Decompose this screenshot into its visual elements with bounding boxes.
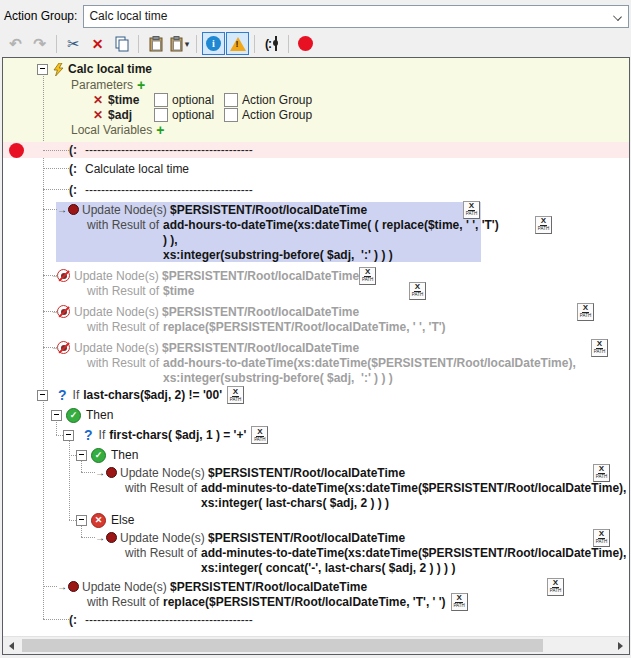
- update-node-action-row[interactable]: → Update Node(s) $PERSISTENT/Root/localD…: [3, 530, 611, 545]
- action-group-select[interactable]: Calc local time: [83, 5, 629, 28]
- with-result-row[interactable]: with Result of add-minutes-to-dateTime(x…: [3, 545, 630, 560]
- update-node-action-row-disabled[interactable]: → Update Node(s) $PERSISTENT/Root/localD…: [3, 268, 355, 283]
- then-branch-row[interactable]: ✓ Then: [3, 405, 629, 425]
- warning-icon: !: [230, 37, 246, 51]
- target-path: $PERSISTENT/Root/localDateTime: [170, 580, 367, 594]
- with-result-row[interactable]: with Result of add-minutes-to-dateTime(x…: [3, 480, 630, 495]
- comment-row-breakpoint[interactable]: (: -------------------------------------…: [3, 142, 629, 158]
- copy-button[interactable]: [110, 32, 133, 55]
- scroll-right-icon: [618, 642, 623, 650]
- then-branch-row[interactable]: ✓ Then: [3, 445, 629, 465]
- result-label: with Result of: [75, 218, 159, 232]
- parameters-row: Parameters +: [3, 77, 629, 92]
- comment-row[interactable]: (: Calculate local time: [3, 158, 629, 179]
- xpath-button[interactable]: XPATH: [409, 282, 426, 300]
- action-group-icon: [53, 63, 64, 76]
- expression-continuation: ) ),: [3, 232, 629, 247]
- action-tree-panel: Calc local time Parameters + ✕ $time opt…: [2, 57, 630, 655]
- paste-button[interactable]: [144, 32, 167, 55]
- scrollbar-thumb[interactable]: [22, 639, 543, 652]
- target-path: $PERSISTENT/Root/localDateTime: [208, 531, 405, 545]
- collapse-box[interactable]: [76, 450, 87, 461]
- parameter-row[interactable]: ✕ $adj optional Action Group: [3, 107, 629, 122]
- parameter-row[interactable]: ✕ $time optional Action Group: [3, 92, 629, 107]
- if-action-row[interactable]: ? If first-chars( $adj, 1 ) = '+' XPATH: [3, 425, 629, 445]
- xpath-button[interactable]: XPATH: [591, 339, 608, 357]
- target-path: $PERSISTENT/Root/localDateTime: [162, 269, 359, 283]
- if-action-row[interactable]: ? If last-chars($adj, 2) != '00' XPATH: [3, 385, 629, 405]
- else-branch-row[interactable]: ✕ Else: [3, 510, 629, 530]
- delete-parameter-icon[interactable]: ✕: [93, 93, 103, 107]
- comment-divider: ----------------------------------------…: [85, 143, 253, 157]
- add-local-variable-icon[interactable]: +: [156, 122, 164, 138]
- if-label: If: [73, 388, 80, 402]
- collapse-box[interactable]: [76, 515, 87, 526]
- scroll-right-button[interactable]: [612, 637, 629, 654]
- redo-icon: ↷: [33, 35, 46, 53]
- xpath-expression: first-chars( $adj, 1 ) = '+': [109, 428, 246, 442]
- pin-icon: [273, 36, 278, 51]
- delete-parameter-icon[interactable]: ✕: [93, 108, 103, 122]
- xpath-button[interactable]: XPATH: [463, 201, 480, 219]
- group-title: Calc local time: [68, 62, 152, 76]
- scrollbar-track[interactable]: [20, 637, 612, 654]
- xpath-button[interactable]: XPATH: [547, 578, 564, 596]
- then-check-icon: ✓: [66, 408, 81, 423]
- redo-button[interactable]: ↷: [28, 32, 51, 55]
- update-node-action-row[interactable]: → Update Node(s) $PERSISTENT/Root/localD…: [3, 465, 611, 480]
- delete-icon: ✕: [92, 36, 104, 52]
- breakpoint-dot[interactable]: [9, 143, 24, 158]
- with-result-row-disabled[interactable]: with Result of $time XPATH: [3, 283, 427, 298]
- scroll-left-button[interactable]: [3, 637, 20, 654]
- collapse-box[interactable]: [37, 64, 48, 75]
- xpath-button[interactable]: XPATH: [535, 216, 552, 234]
- group-title-row[interactable]: Calc local time: [3, 61, 629, 77]
- action-group-checkbox[interactable]: [224, 108, 238, 122]
- xpath-button[interactable]: XPATH: [593, 464, 610, 482]
- optional-label: optional: [172, 93, 214, 107]
- xpath-button[interactable]: XPATH: [359, 267, 376, 285]
- optional-checkbox[interactable]: [154, 108, 168, 122]
- optional-checkbox[interactable]: [154, 93, 168, 107]
- add-parameter-icon[interactable]: +: [137, 77, 145, 93]
- breakpoint-record-button[interactable]: [294, 32, 317, 55]
- horizontal-scrollbar[interactable]: [3, 636, 629, 654]
- with-result-row[interactable]: with Result of add-hours-to-dateTime(xs:…: [3, 217, 553, 232]
- xpath-expression: add-hours-to-dateTime(xs:dateTime( ( rep…: [163, 218, 499, 232]
- xpath-button[interactable]: XPATH: [577, 303, 594, 321]
- action-group-checkbox[interactable]: [224, 93, 238, 107]
- with-result-row[interactable]: with Result of replace($PERSISTENT/Root/…: [3, 594, 629, 609]
- collapse-box[interactable]: [37, 390, 48, 401]
- collapse-box[interactable]: [63, 430, 74, 441]
- delete-button[interactable]: ✕: [86, 32, 109, 55]
- xpath-button[interactable]: XPATH: [593, 529, 610, 547]
- show-warnings-toggle[interactable]: !: [226, 32, 249, 55]
- update-node-action-row[interactable]: → Update Node(s) $PERSISTENT/Root/localD…: [3, 579, 565, 594]
- xpath-expression: last-chars($adj, 2) != '00': [83, 388, 222, 402]
- cut-button[interactable]: ✂: [62, 32, 85, 55]
- xpath-button[interactable]: XPATH: [251, 426, 268, 444]
- collapse-box[interactable]: [51, 410, 62, 421]
- insert-comment-button[interactable]: (:: [260, 32, 283, 55]
- with-result-row-disabled[interactable]: with Result of replace($PERSISTENT/Root/…: [3, 319, 630, 334]
- expression-continuation: xs:integer(substring-before( $adj, ':' )…: [3, 370, 629, 385]
- scroll-left-icon: [9, 642, 14, 650]
- comment-divider: ----------------------------------------…: [85, 183, 253, 197]
- update-node-action-row[interactable]: → Update Node(s) $PERSISTENT/Root/localD…: [3, 202, 481, 217]
- comment-row[interactable]: (: -------------------------------------…: [3, 609, 629, 630]
- show-info-toggle[interactable]: i: [202, 32, 225, 55]
- comment-row[interactable]: (: -------------------------------------…: [3, 179, 629, 200]
- xpath-button[interactable]: XPATH: [227, 386, 244, 404]
- if-condition-icon: ?: [58, 387, 67, 403]
- copy-icon: [114, 36, 130, 52]
- undo-button[interactable]: ↶: [4, 32, 27, 55]
- then-label: Then: [86, 408, 113, 422]
- toolbar-separator: [288, 35, 289, 53]
- update-node-icon: →: [57, 204, 79, 215]
- with-result-row-disabled[interactable]: with Result of add-hours-to-dateTime(xs:…: [3, 355, 630, 370]
- xpath-button[interactable]: XPATH: [451, 593, 468, 611]
- update-node-action-row-disabled[interactable]: → Update Node(s) $PERSISTENT/Root/localD…: [3, 340, 609, 355]
- optional-label: optional: [172, 108, 214, 122]
- update-node-action-row-disabled[interactable]: → Update Node(s) $PERSISTENT/Root/localD…: [3, 304, 595, 319]
- paste-special-button[interactable]: ▾: [168, 32, 191, 55]
